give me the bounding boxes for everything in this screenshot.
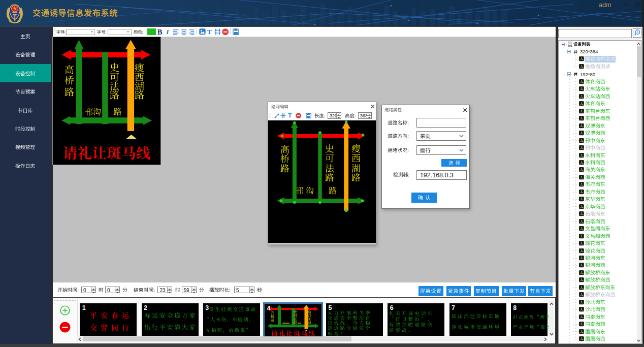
svg-text:3: 3 bbox=[637, 31, 638, 34]
